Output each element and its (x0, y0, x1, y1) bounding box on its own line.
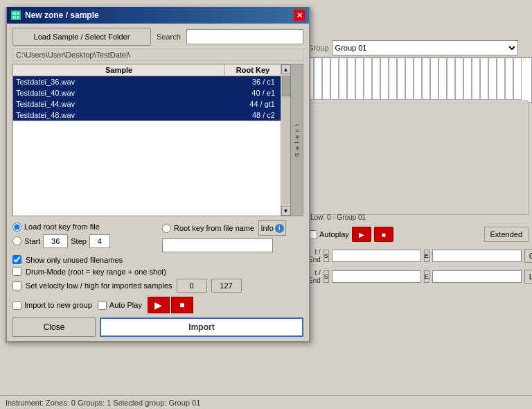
white-key[interactable] (488, 58, 497, 100)
start-row: Start Step (12, 234, 154, 248)
dialog-close-button[interactable]: ✕ (294, 10, 305, 21)
search-input[interactable] (186, 29, 303, 44)
radio-filename-input[interactable] (162, 224, 171, 233)
white-key[interactable] (322, 58, 330, 100)
dialog-body: Load Sample / Select Folder Search C:\Us… (7, 24, 309, 341)
white-key[interactable] (414, 58, 422, 100)
piano-keys (305, 58, 531, 100)
root-key-filename-input[interactable] (162, 238, 273, 252)
white-key[interactable] (430, 58, 438, 100)
radio-load-root-key-input[interactable] (12, 223, 21, 232)
scroll-track (282, 76, 290, 204)
action-row: Close Import (12, 317, 303, 337)
autoplay-check[interactable]: Autoplay (308, 230, 349, 239)
velocity-high-input[interactable] (211, 279, 242, 293)
stop-button-right[interactable]: ■ (374, 227, 393, 242)
import-group-checkbox[interactable] (12, 301, 21, 310)
cell-sample: Testdatei_44.wav (16, 100, 222, 108)
white-key[interactable] (314, 58, 322, 100)
white-key[interactable] (447, 58, 455, 100)
dialog-top-row: Load Sample / Select Folder Search (12, 28, 303, 46)
row2-input-start[interactable] (332, 270, 421, 283)
row1-input-end[interactable] (432, 250, 522, 262)
table-row[interactable]: Testdatei_44.wav 44 / gt1 (13, 98, 281, 110)
white-key[interactable] (438, 58, 447, 100)
check-velocity-checkbox[interactable] (12, 281, 21, 290)
radio-root-key-filename[interactable]: Root key from file name (162, 224, 254, 233)
table-row[interactable]: Testdatei_48.wav 48 / c2 (13, 110, 281, 121)
white-key[interactable] (339, 58, 347, 100)
close-button[interactable]: Close (12, 317, 96, 337)
check-drum-checkbox[interactable] (12, 267, 21, 276)
col-rootkey-header: Root Key (225, 64, 281, 76)
group-dropdown[interactable]: Group 01 (332, 40, 518, 55)
dialog-title-text: New zone / sample (25, 10, 99, 20)
new-zone-dialog: New zone / sample ✕ Load Sample / Select… (6, 7, 310, 342)
stop-button[interactable]: ■ (171, 297, 193, 313)
import-button[interactable]: Import (100, 317, 303, 337)
scroll-up-arrow[interactable]: ▲ (281, 64, 291, 74)
white-key[interactable] (389, 58, 397, 100)
col-sample-header: Sample (13, 64, 225, 76)
row1-e-btn[interactable]: E (424, 250, 429, 262)
white-key[interactable] (463, 58, 472, 100)
white-key[interactable] (405, 58, 414, 100)
white-key[interactable] (472, 58, 480, 100)
dialog-titlebar: New zone / sample ✕ (7, 7, 309, 24)
file-table: Sample Root Key Testdatei_36.wav 36 / c1… (13, 64, 281, 216)
white-key[interactable] (380, 58, 389, 100)
right-row-2: t / End S E Load (308, 267, 529, 286)
cell-sample: Testdatei_48.wav (16, 111, 222, 119)
import-group-check[interactable]: Import to new group (12, 301, 92, 310)
load-button[interactable]: Load (524, 270, 532, 284)
play-button[interactable]: ▶ (148, 297, 170, 313)
row2-e-btn[interactable]: E (424, 270, 429, 283)
white-key[interactable] (330, 58, 339, 100)
white-key[interactable] (505, 58, 513, 100)
row1-input-start[interactable] (332, 250, 421, 262)
group-label: Group (308, 44, 329, 52)
white-key[interactable] (355, 58, 364, 100)
radio-row: Load root key from file Start Step (12, 220, 303, 252)
radio-start-input[interactable] (12, 236, 21, 245)
autoplay-checkbox2[interactable] (98, 301, 107, 310)
piano-keyboard-area (305, 58, 532, 103)
clear-button[interactable]: Clear (524, 249, 532, 263)
velocity-row: Set velocity low / high for imported sam… (12, 279, 303, 293)
white-key[interactable] (513, 58, 522, 100)
scroll-thumb[interactable] (282, 76, 290, 96)
transport-buttons: ▶ ■ (148, 297, 193, 313)
white-key[interactable] (497, 58, 505, 100)
bottom-section: Import to new group Auto Play ▶ ■ (12, 297, 303, 313)
row2-input-end[interactable] (432, 270, 522, 283)
autoplay-check2[interactable]: Auto Play (98, 301, 142, 310)
velocity-low-input[interactable] (177, 279, 207, 293)
cell-rootkey: 40 / e1 (222, 89, 278, 97)
side-select-tab[interactable]: S e l e c t (290, 64, 303, 216)
white-key[interactable] (422, 58, 430, 100)
white-key[interactable] (480, 58, 488, 100)
check-unused-checkbox[interactable] (12, 255, 21, 264)
grid-area (308, 101, 529, 215)
path-display: C:\Users\User\Desktop\TestDatei\ (12, 49, 303, 61)
step-value-input[interactable] (89, 234, 110, 248)
radio-start[interactable]: Start (12, 236, 40, 245)
radio-load-root-key[interactable]: Load root key from file (12, 223, 154, 232)
white-key[interactable] (397, 58, 405, 100)
info-button[interactable]: Info i (258, 220, 286, 236)
start-value-input[interactable] (43, 234, 68, 248)
scroll-down-arrow[interactable]: ▼ (281, 206, 291, 216)
white-key[interactable] (372, 58, 380, 100)
table-row[interactable]: Testdatei_40.wav 40 / e1 (13, 87, 281, 98)
row1-s-btn[interactable]: S (323, 250, 329, 262)
white-key[interactable] (455, 58, 463, 100)
file-table-header: Sample Root Key (13, 64, 281, 76)
file-table-wrapper: Sample Root Key Testdatei_36.wav 36 / c1… (12, 64, 303, 216)
load-sample-button[interactable]: Load Sample / Select Folder (12, 28, 151, 46)
table-row[interactable]: Testdatei_36.wav 36 / c1 (13, 76, 281, 87)
row2-s-btn[interactable]: S (323, 270, 329, 283)
extended-button[interactable]: Extended (484, 227, 529, 242)
white-key[interactable] (347, 58, 355, 100)
white-key[interactable] (364, 58, 372, 100)
play-button-right[interactable]: ▶ (352, 227, 371, 242)
